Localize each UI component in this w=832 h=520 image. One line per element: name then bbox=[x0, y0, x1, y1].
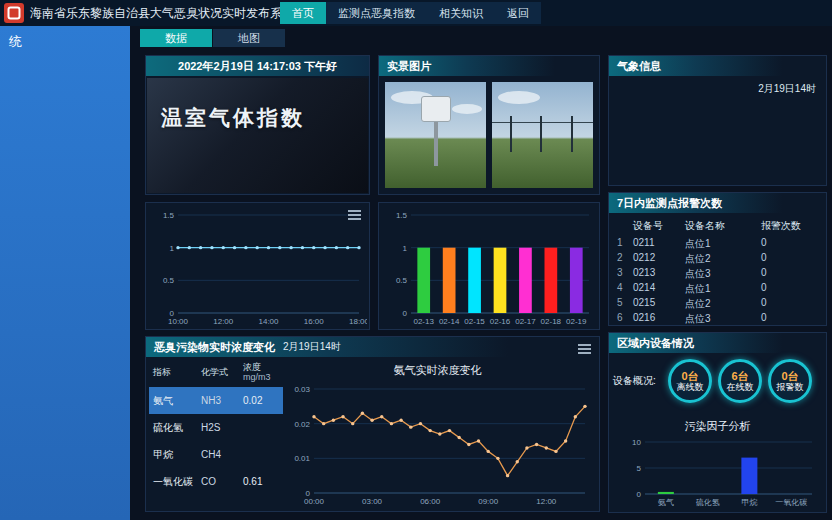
weather-panel-title: 气象信息 bbox=[617, 56, 661, 76]
svg-text:02-17: 02-17 bbox=[515, 317, 536, 326]
left-sidebar: 统 bbox=[0, 26, 130, 520]
svg-text:14:00: 14:00 bbox=[258, 317, 279, 326]
logo-icon bbox=[4, 3, 24, 23]
svg-text:06:00: 06:00 bbox=[420, 497, 441, 506]
concentration-unit: mg/m3 bbox=[243, 372, 283, 382]
tab-map[interactable]: 地图 bbox=[213, 29, 285, 47]
alarm-col-index bbox=[617, 219, 633, 237]
pollutant-row-0[interactable]: 氨气NH30.02 bbox=[149, 387, 283, 414]
svg-text:16:00: 16:00 bbox=[304, 317, 325, 326]
pollutant-formula: NH3 bbox=[201, 395, 243, 406]
svg-text:氨气: 氨气 bbox=[658, 498, 674, 507]
weather-panel-header: 气象信息 bbox=[609, 56, 826, 76]
alarm-device-id: 0216 bbox=[633, 312, 685, 327]
pollutant-table-body: 氨气NH30.02硫化氢H2S甲烷CH4一氧化碳CO0.61 bbox=[149, 387, 283, 495]
svg-text:18:00: 18:00 bbox=[349, 317, 367, 326]
chart-menu-icon[interactable] bbox=[348, 210, 361, 220]
alarm-row-index: 4 bbox=[617, 282, 633, 297]
alarm-table: 设备号 设备名称 报警次数 10211点位1020212点位2030213点位3… bbox=[617, 219, 822, 327]
fence-post bbox=[510, 116, 512, 152]
alarm-device-id: 0211 bbox=[633, 237, 685, 252]
alarm-panel-title: 7日内监测点报警次数 bbox=[617, 193, 722, 213]
pollutant-timestamp: 2月19日14时 bbox=[283, 337, 341, 357]
nav-item-1[interactable]: 监测点恶臭指数 bbox=[326, 2, 427, 24]
device-stat-2: 0台报警数 bbox=[768, 359, 812, 403]
device-overview: 设备概况: 0台离线数6台在线数0台报警数 bbox=[613, 359, 824, 403]
pollutant-value: 0.02 bbox=[243, 395, 283, 406]
alarm-device-name: 点位2 bbox=[685, 297, 761, 312]
pollutant-formula: H2S bbox=[201, 422, 243, 433]
pollution-analysis-title: 污染因子分析 bbox=[609, 419, 826, 434]
device-stat-1: 6台在线数 bbox=[718, 359, 762, 403]
top-header: 海南省乐东黎族自治县大气恶臭状况实时发布系 首页监测点恶臭指数相关知识返回 bbox=[0, 0, 832, 26]
nh3-chart-title: 氨气实时浓度变化 bbox=[286, 363, 589, 378]
alarm-device-name: 点位3 bbox=[685, 267, 761, 282]
index-trend-svg: 00.511.510:0012:0014:0016:0018:00 bbox=[148, 207, 367, 327]
device-stat-0: 0台离线数 bbox=[668, 359, 712, 403]
svg-text:1.5: 1.5 bbox=[396, 211, 408, 220]
site-photo-2[interactable] bbox=[492, 82, 593, 188]
main-nav: 首页监测点恶臭指数相关知识返回 bbox=[280, 2, 541, 24]
greeting-panel: 2022年2月19日 14:17:03 下午好 温室气体指数 bbox=[145, 55, 370, 195]
nav-item-0[interactable]: 首页 bbox=[280, 2, 326, 24]
svg-text:03:00: 03:00 bbox=[362, 497, 383, 506]
pollutant-panel-title: 恶臭污染物实时浓度变化 bbox=[154, 337, 275, 357]
device-stat-label: 离线数 bbox=[677, 382, 704, 393]
pollutant-row-2[interactable]: 甲烷CH4 bbox=[149, 441, 283, 468]
page-title: 温室气体指数 bbox=[161, 104, 305, 132]
pollutant-row-1[interactable]: 硫化氢H2S bbox=[149, 414, 283, 441]
chart-menu-icon[interactable] bbox=[578, 344, 591, 354]
pollutant-name: 一氧化碳 bbox=[153, 475, 201, 489]
svg-text:甲烷: 甲烷 bbox=[741, 498, 757, 507]
alarm-device-id: 0212 bbox=[633, 252, 685, 267]
pollutant-value: 0.61 bbox=[243, 476, 283, 487]
alarm-device-id: 0215 bbox=[633, 297, 685, 312]
svg-text:硫化氢: 硫化氢 bbox=[696, 498, 720, 507]
weather-panel: 气象信息 2月19日14时 bbox=[608, 55, 827, 186]
pollutant-name: 甲烷 bbox=[153, 448, 201, 462]
alarm-count: 0 bbox=[761, 267, 815, 282]
svg-text:0.5: 0.5 bbox=[396, 276, 408, 285]
greeting-body: 温室气体指数 bbox=[147, 78, 368, 193]
svg-text:一氧化碳: 一氧化碳 bbox=[775, 498, 807, 507]
cloud bbox=[498, 91, 540, 104]
svg-text:0.03: 0.03 bbox=[294, 385, 310, 394]
index-trend-line-chart: 00.511.510:0012:0014:0016:0018:00 bbox=[148, 207, 367, 327]
alarm-device-name: 点位3 bbox=[685, 312, 761, 327]
nh3-line-chart: 00.010.020.0300:0003:0006:0009:0012:00 bbox=[284, 381, 593, 507]
site-photo-1[interactable] bbox=[385, 82, 486, 188]
alarm-table-body: 10211点位1020212点位2030213点位3040214点位105021… bbox=[617, 237, 822, 327]
device-stat-count: 0台 bbox=[681, 370, 698, 382]
device-overview-label: 设备概况: bbox=[613, 374, 663, 388]
device-stats: 0台离线数6台在线数0台报警数 bbox=[668, 359, 812, 403]
photo-panel-header: 实景图片 bbox=[379, 56, 599, 76]
device-stat-label: 报警数 bbox=[777, 382, 804, 393]
alarm-device-name: 点位1 bbox=[685, 282, 761, 297]
svg-text:1: 1 bbox=[403, 244, 408, 253]
device-panel-header: 区域内设备情况 bbox=[609, 333, 826, 353]
pollutant-row-3[interactable]: 一氧化碳CO0.61 bbox=[149, 468, 283, 495]
alarm-count: 0 bbox=[761, 252, 815, 267]
photo-row bbox=[385, 82, 593, 188]
alarm-row-index: 3 bbox=[617, 267, 633, 282]
alarm-device-id: 0213 bbox=[633, 267, 685, 282]
greeting-datetime: 2022年2月19日 14:17:03 下午好 bbox=[146, 56, 369, 76]
factor-analysis-svg: 0510氨气硫化氢甲烷一氧化碳 bbox=[615, 434, 820, 508]
device-stat-count: 6台 bbox=[731, 370, 748, 382]
sidebar-system-label[interactable]: 统 bbox=[0, 26, 130, 51]
nh3-trend-svg: 00.010.020.0300:0003:0006:0009:0012:00 bbox=[284, 381, 593, 507]
nav-item-2[interactable]: 相关知识 bbox=[427, 2, 495, 24]
alarm-col-name: 设备名称 bbox=[685, 219, 761, 237]
fence-post bbox=[540, 116, 542, 152]
svg-text:12:00: 12:00 bbox=[536, 497, 557, 506]
photo-panel-title: 实景图片 bbox=[387, 56, 431, 76]
nav-item-3[interactable]: 返回 bbox=[495, 2, 541, 24]
dashboard: 海南省乐东黎族自治县大气恶臭状况实时发布系 首页监测点恶臭指数相关知识返回 统 … bbox=[0, 0, 832, 520]
svg-text:02-19: 02-19 bbox=[566, 317, 587, 326]
tab-data[interactable]: 数据 bbox=[140, 29, 212, 47]
pollutant-col-formula: 化学式 bbox=[201, 367, 243, 377]
device-stat-count: 0台 bbox=[781, 370, 798, 382]
svg-text:0: 0 bbox=[403, 309, 408, 318]
svg-text:09:00: 09:00 bbox=[478, 497, 499, 506]
svg-text:0: 0 bbox=[637, 490, 642, 499]
